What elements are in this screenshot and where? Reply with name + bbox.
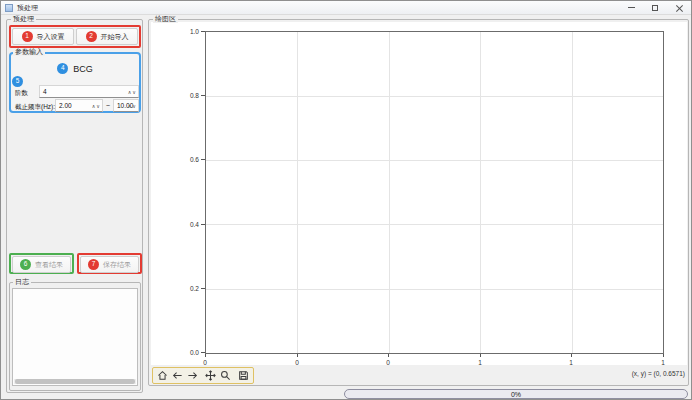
back-arrow-icon [172, 370, 183, 381]
pan-button[interactable] [204, 369, 217, 383]
title-bar: 预处理 [1, 1, 691, 15]
import-settings-label: 导入设置 [37, 32, 65, 42]
window-controls [619, 1, 691, 14]
progress-text: 0% [511, 391, 521, 398]
x-tick-label: 1 [653, 359, 673, 366]
forward-arrow-icon [187, 370, 198, 381]
y-tickmark [201, 159, 205, 160]
spin-up-icon[interactable] [128, 103, 132, 109]
progress-bar: 0% [344, 389, 688, 399]
close-button[interactable] [667, 1, 691, 14]
spin-up-icon[interactable] [92, 103, 96, 109]
step-6-badge: 6 [20, 259, 31, 270]
y-tickmark [201, 95, 205, 96]
gridline [297, 32, 298, 353]
x-tick-label: 0 [378, 359, 398, 366]
order-spin-arrows [128, 89, 138, 95]
gridline [206, 160, 663, 161]
step-1-badge: 1 [22, 31, 33, 42]
step-5-badge: 5 [12, 76, 23, 87]
home-icon [157, 370, 168, 381]
x-tickmark [205, 354, 206, 357]
y-tickmark [201, 288, 205, 289]
step-2-badge: 2 [86, 31, 97, 42]
cutoff-high-spin-arrows [128, 103, 138, 109]
order-value: 4 [43, 88, 47, 95]
param-input-groupbox: 4 BCG 5 阶数 4 截止频率(Hz): 2.00 ~ 10.00 [9, 52, 141, 113]
cutoff-label: 截止频率(Hz): [15, 103, 55, 112]
import-settings-button[interactable]: 1 导入设置 [12, 28, 74, 45]
start-import-label: 开始导入 [101, 32, 129, 42]
spin-down-icon[interactable] [96, 103, 100, 109]
y-tick-label: 0.6 [177, 156, 199, 163]
cutoff-low-spin-arrows [92, 103, 102, 109]
spin-up-icon[interactable] [128, 89, 132, 95]
param-group-title: 参数输入 [13, 48, 45, 56]
step-4-badge: 4 [57, 63, 68, 74]
x-tickmark [480, 354, 481, 357]
y-tick-label: 1.0 [177, 28, 199, 35]
forward-button[interactable] [186, 369, 199, 383]
home-button[interactable] [156, 369, 169, 383]
y-tick-label: 0.8 [177, 92, 199, 99]
window-title: 预处理 [17, 3, 38, 13]
y-tickmark [201, 31, 205, 32]
x-tick-label: 1 [561, 359, 581, 366]
x-tick-label: 1 [470, 359, 490, 366]
view-results-label: 查看结果 [35, 260, 63, 270]
range-separator: ~ [106, 102, 110, 109]
save-results-button[interactable]: 7 保存结果 [80, 256, 139, 273]
y-tickmark [201, 352, 205, 353]
spin-down-icon[interactable] [132, 89, 136, 95]
app-window: 预处理 预处理 1 导入设置 2 开始导入 4 BCG 5 阶数 4 [0, 0, 692, 400]
plot-figure: 0 0 0 1 1 1 1.0 0.8 0.6 0.4 0.2 0.0 [151, 22, 687, 365]
order-spinbox[interactable]: 4 [39, 85, 139, 98]
import-annotation-frame: 1 导入设置 2 开始导入 [9, 25, 141, 48]
view-results-annotation-frame: 6 查看结果 [9, 253, 74, 274]
y-tickmark [201, 224, 205, 225]
log-group-title: 日志 [13, 278, 31, 286]
step-7-badge: 7 [88, 259, 99, 270]
spin-down-icon[interactable] [132, 103, 136, 109]
save-figure-button[interactable] [237, 369, 250, 383]
log-horizontal-scrollbar[interactable] [14, 379, 136, 384]
order-label: 阶数 [15, 89, 28, 98]
y-tick-label: 0.0 [177, 349, 199, 356]
save-icon [238, 370, 249, 381]
x-tickmark [388, 354, 389, 357]
plot-axes[interactable] [205, 31, 664, 354]
cutoff-low-spinbox[interactable]: 2.00 [55, 99, 103, 112]
x-tick-label: 0 [195, 359, 215, 366]
minimize-icon [628, 7, 635, 8]
pan-icon [205, 370, 216, 381]
gridline [206, 224, 663, 225]
cursor-coords-readout: (x, y) = (0, 0.6571) [632, 370, 685, 377]
x-tick-label: 0 [287, 359, 307, 366]
maximize-icon [652, 5, 658, 11]
preprocess-group-title: 预处理 [11, 15, 36, 23]
plot-group-title: 绘图区 [153, 15, 178, 23]
x-tickmark [663, 354, 664, 357]
signal-type-label: BCG [73, 64, 93, 74]
y-tick-label: 0.2 [177, 285, 199, 292]
gridline [572, 32, 573, 353]
plot-nav-toolbar [152, 367, 254, 384]
y-tick-label: 0.4 [177, 221, 199, 228]
x-tickmark [297, 354, 298, 357]
close-icon [676, 4, 683, 11]
view-results-button[interactable]: 6 查看结果 [12, 256, 71, 273]
log-textarea[interactable] [12, 288, 138, 386]
zoom-button[interactable] [219, 369, 232, 383]
scrollbar-handle[interactable] [15, 379, 135, 384]
save-results-label: 保存结果 [103, 260, 131, 270]
save-results-annotation-frame: 7 保存结果 [77, 253, 142, 274]
gridline [480, 32, 481, 353]
zoom-rect-icon [220, 370, 231, 381]
gridline [206, 289, 663, 290]
gridline [389, 32, 390, 353]
minimize-button[interactable] [619, 1, 643, 14]
maximize-button[interactable] [643, 1, 667, 14]
back-button[interactable] [171, 369, 184, 383]
cutoff-low-value: 2.00 [59, 102, 72, 109]
start-import-button[interactable]: 2 开始导入 [76, 28, 138, 45]
